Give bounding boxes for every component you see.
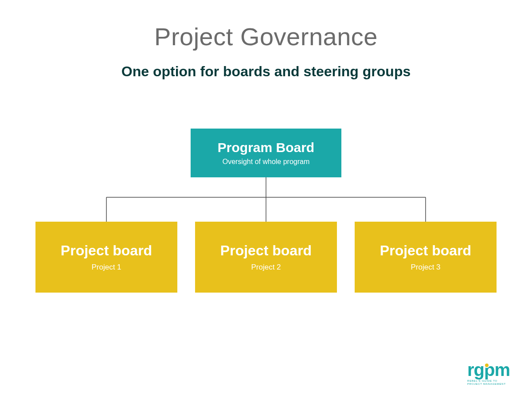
- project-board-box: Project board Project 3: [355, 222, 497, 293]
- connector-lines: [0, 177, 532, 222]
- project-board-label: Project board: [61, 243, 152, 259]
- logo-text: rgpm: [467, 361, 510, 379]
- project-board-caption: Project 2: [251, 263, 281, 272]
- project-board-row: Project board Project 1 Project board Pr…: [0, 222, 532, 293]
- program-board-caption: Oversight of whole program: [223, 158, 310, 166]
- brand-logo: rgpm REBEL'S GUIDE TO PROJECT MANAGEMENT: [467, 361, 510, 386]
- project-board-caption: Project 1: [91, 263, 121, 272]
- program-board-label: Program Board: [218, 140, 314, 155]
- project-board-box: Project board Project 1: [35, 222, 177, 293]
- project-board-caption: Project 3: [411, 263, 440, 272]
- project-board-box: Project board Project 2: [195, 222, 337, 293]
- project-board-label: Project board: [220, 243, 312, 259]
- logo-dot-icon: [484, 363, 489, 368]
- project-board-label: Project board: [380, 243, 471, 259]
- logo-tagline: REBEL'S GUIDE TO PROJECT MANAGEMENT: [467, 379, 510, 386]
- page-title: Project Governance: [0, 22, 532, 51]
- program-board-box: Program Board Oversight of whole program: [191, 129, 341, 177]
- page-subtitle: One option for boards and steering group…: [0, 63, 532, 80]
- governance-diagram: Program Board Oversight of whole program…: [0, 129, 532, 293]
